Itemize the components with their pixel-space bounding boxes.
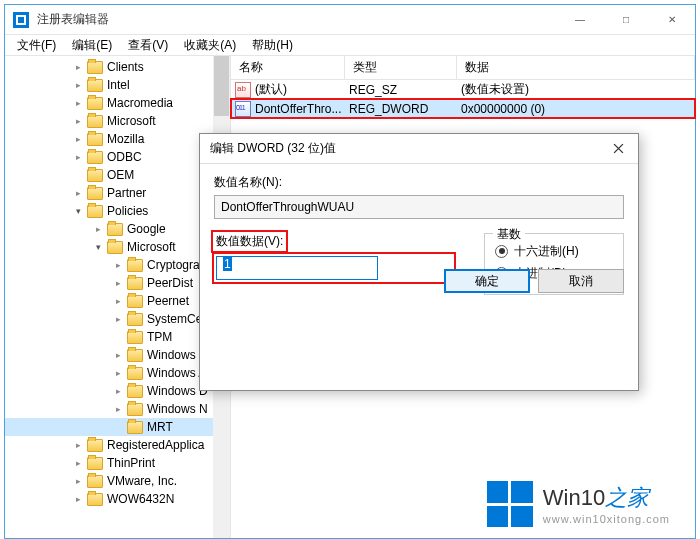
folder-icon	[127, 421, 143, 434]
expand-icon[interactable]: ▸	[113, 404, 124, 415]
watermark-brand: Win10之家	[543, 483, 670, 513]
tree-label: OEM	[107, 168, 134, 182]
expand-icon[interactable]: ▸	[73, 494, 84, 505]
tree-pane[interactable]: ▸Clients▸Intel▸Macromedia▸Microsoft▸Mozi…	[5, 56, 231, 538]
tree-item-mozilla[interactable]: ▸Mozilla	[5, 130, 230, 148]
value-row[interactable]: DontOfferThro...REG_DWORD0x00000000 (0)	[231, 99, 695, 118]
tree-item-macromedia[interactable]: ▸Macromedia	[5, 94, 230, 112]
dialog-close-button[interactable]	[598, 135, 638, 163]
expand-icon[interactable]: ▸	[73, 62, 84, 73]
tree-item-peerdist[interactable]: ▸PeerDist	[5, 274, 230, 292]
menu-file[interactable]: 文件(F)	[9, 35, 64, 56]
window-controls: — □ ✕	[557, 5, 695, 35]
minimize-button[interactable]: —	[557, 5, 603, 35]
tree-item-wow6432n[interactable]: ▸WOW6432N	[5, 490, 230, 508]
tree-item-windows-n[interactable]: ▸Windows N	[5, 400, 230, 418]
tree-label: Intel	[107, 78, 130, 92]
expand-icon[interactable]: ▸	[73, 476, 84, 487]
tree-item-partner[interactable]: ▸Partner	[5, 184, 230, 202]
folder-icon	[87, 187, 103, 200]
tree-label: Policies	[107, 204, 148, 218]
tree-item-windows[interactable]: ▸Windows	[5, 346, 230, 364]
expand-icon[interactable]: ▸	[113, 368, 124, 379]
radio-hex-label: 十六进制(H)	[514, 243, 579, 260]
tree-label: Macromedia	[107, 96, 173, 110]
expand-icon[interactable]: ▸	[73, 116, 84, 127]
tree-item-peernet[interactable]: ▸Peernet	[5, 292, 230, 310]
menu-help[interactable]: 帮助(H)	[244, 35, 301, 56]
tree-item-systemcert[interactable]: ▸SystemCert	[5, 310, 230, 328]
tree-item-odbc[interactable]: ▸ODBC	[5, 148, 230, 166]
expand-icon[interactable]: ▸	[73, 98, 84, 109]
expand-icon[interactable]	[113, 332, 124, 343]
cell-name: (默认)	[255, 81, 345, 98]
maximize-button[interactable]: □	[603, 5, 649, 35]
tree-item-windows-a[interactable]: ▸Windows A	[5, 364, 230, 382]
tree-item-windows-d[interactable]: ▸Windows D	[5, 382, 230, 400]
tree-item-mrt[interactable]: MRT	[5, 418, 230, 436]
expand-icon[interactable]: ▸	[73, 152, 84, 163]
tree-label: Google	[127, 222, 166, 236]
expand-icon[interactable]	[113, 422, 124, 433]
tree-label: Windows	[147, 348, 196, 362]
folder-icon	[127, 259, 143, 272]
folder-icon	[87, 169, 103, 182]
folder-icon	[87, 205, 103, 218]
expand-icon[interactable]: ▸	[73, 440, 84, 451]
tree-item-tpm[interactable]: TPM	[5, 328, 230, 346]
menu-edit[interactable]: 编辑(E)	[64, 35, 120, 56]
folder-icon	[127, 277, 143, 290]
tree-item-thinprint[interactable]: ▸ThinPrint	[5, 454, 230, 472]
folder-icon	[87, 115, 103, 128]
titlebar[interactable]: 注册表编辑器 — □ ✕	[5, 5, 695, 35]
dialog-titlebar[interactable]: 编辑 DWORD (32 位)值	[200, 134, 638, 164]
close-button[interactable]: ✕	[649, 5, 695, 35]
tree-item-oem[interactable]: OEM	[5, 166, 230, 184]
tree-item-policies[interactable]: ▾Policies	[5, 202, 230, 220]
cancel-button[interactable]: 取消	[538, 269, 624, 293]
base-legend: 基数	[493, 226, 525, 243]
col-header-name[interactable]: 名称	[231, 56, 345, 79]
expand-icon[interactable]: ▸	[93, 224, 104, 235]
folder-icon	[107, 241, 123, 254]
expand-icon[interactable]: ▸	[113, 314, 124, 325]
tree-item-microsoft[interactable]: ▾Microsoft	[5, 238, 230, 256]
value-name-field: DontOfferThroughWUAU	[214, 195, 624, 219]
close-icon	[613, 143, 624, 154]
tree-label: ThinPrint	[107, 456, 155, 470]
col-header-data[interactable]: 数据	[457, 56, 695, 79]
value-row[interactable]: (默认)REG_SZ(数值未设置)	[231, 80, 695, 99]
value-data-input[interactable]: 1	[216, 256, 378, 280]
expand-icon[interactable]: ▾	[73, 206, 84, 217]
watermark-url: www.win10xitong.com	[543, 513, 670, 525]
scrollbar-thumb[interactable]	[214, 56, 229, 116]
list-header: 名称 类型 数据	[231, 56, 695, 80]
expand-icon[interactable]: ▸	[113, 350, 124, 361]
dialog-buttons: 确定 取消	[444, 269, 624, 293]
tree-item-microsoft[interactable]: ▸Microsoft	[5, 112, 230, 130]
menubar: 文件(F) 编辑(E) 查看(V) 收藏夹(A) 帮助(H)	[5, 35, 695, 56]
expand-icon[interactable]: ▸	[113, 296, 124, 307]
radio-hex[interactable]: 十六进制(H)	[495, 240, 613, 262]
expand-icon[interactable]: ▸	[73, 458, 84, 469]
tree-item-cryptograp[interactable]: ▸Cryptograp	[5, 256, 230, 274]
expand-icon[interactable]: ▸	[113, 386, 124, 397]
tree-item-intel[interactable]: ▸Intel	[5, 76, 230, 94]
expand-icon[interactable]: ▸	[73, 80, 84, 91]
expand-icon[interactable]	[73, 170, 84, 181]
tree-label: ODBC	[107, 150, 142, 164]
ok-button[interactable]: 确定	[444, 269, 530, 293]
expand-icon[interactable]: ▸	[73, 188, 84, 199]
col-header-type[interactable]: 类型	[345, 56, 457, 79]
expand-icon[interactable]: ▸	[113, 278, 124, 289]
tree-item-registeredapplica[interactable]: ▸RegisteredApplica	[5, 436, 230, 454]
menu-view[interactable]: 查看(V)	[120, 35, 176, 56]
folder-icon	[127, 385, 143, 398]
tree-item-vmware-inc-[interactable]: ▸VMware, Inc.	[5, 472, 230, 490]
tree-item-clients[interactable]: ▸Clients	[5, 58, 230, 76]
tree-item-google[interactable]: ▸Google	[5, 220, 230, 238]
expand-icon[interactable]: ▸	[113, 260, 124, 271]
expand-icon[interactable]: ▾	[93, 242, 104, 253]
menu-favorites[interactable]: 收藏夹(A)	[176, 35, 244, 56]
expand-icon[interactable]: ▸	[73, 134, 84, 145]
